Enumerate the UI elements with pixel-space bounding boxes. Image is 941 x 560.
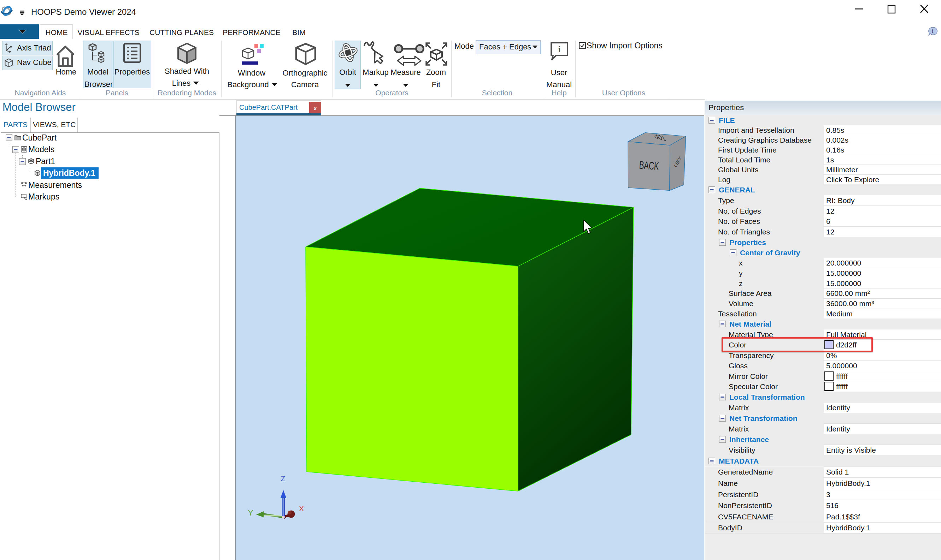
svg-text:Y: Y bbox=[248, 508, 253, 517]
svg-text:X: X bbox=[299, 504, 304, 513]
svg-text:i: i bbox=[558, 44, 560, 54]
svg-text:Z: Z bbox=[281, 474, 285, 483]
svg-text:BACK: BACK bbox=[639, 158, 659, 172]
svg-text:i: i bbox=[932, 28, 933, 34]
